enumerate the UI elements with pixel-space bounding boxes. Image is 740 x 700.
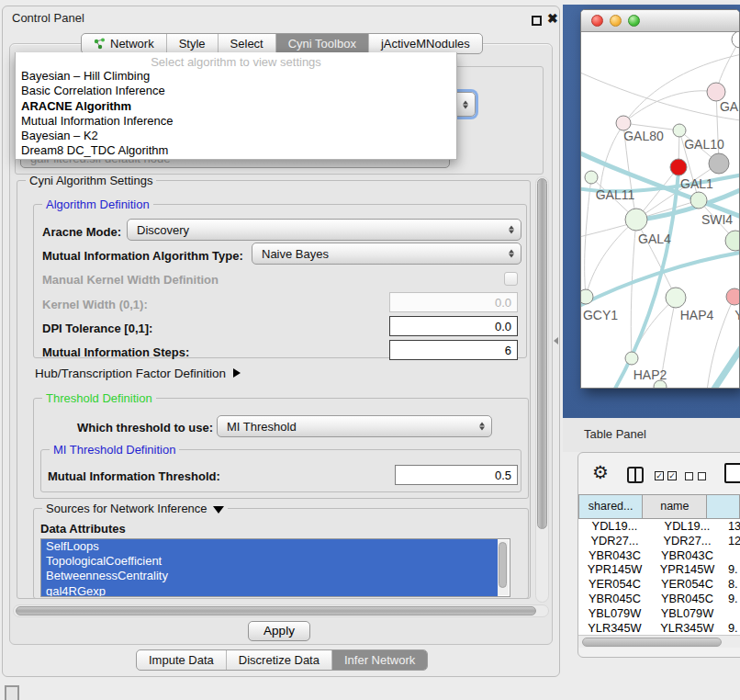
network-node-gal10[interactable]: [673, 124, 686, 137]
sources-group-title[interactable]: Sources for Network Inference: [42, 502, 228, 515]
kernel-width-field[interactable]: 0.0: [389, 292, 518, 312]
show-columns-icon[interactable]: [627, 467, 644, 483]
tab-network[interactable]: Network: [82, 34, 166, 53]
network-node[interactable]: [725, 231, 739, 251]
tab-select[interactable]: Select: [218, 34, 275, 53]
table-row[interactable]: YBR043CYBR043C: [578, 548, 740, 563]
tab-style[interactable]: Style: [166, 34, 218, 53]
cyni-settings-group-title: Cyni Algorithm Settings: [26, 174, 156, 187]
tab-label: jActiveMNodules: [381, 37, 470, 51]
table-row[interactable]: YDL19...YDL19...13: [578, 519, 740, 534]
table-horizontal-scrollbar-thumb[interactable]: [582, 638, 722, 647]
network-edge: [632, 298, 676, 358]
network-node-gal[interactable]: [707, 83, 725, 101]
tab-jactivemnodules[interactable]: jActiveMNodules: [368, 34, 482, 53]
kernel-width-label: Kernel Width (0,1):: [42, 298, 148, 311]
zoom-traffic-light-icon[interactable]: [628, 15, 640, 27]
table-cell: [723, 606, 740, 621]
algorithm-option-bayesian-k2[interactable]: Bayesian – K2: [16, 129, 456, 143]
table-cell: YBR045C: [651, 592, 723, 606]
network-node-gal4[interactable]: [625, 209, 647, 231]
list-scrollbar[interactable]: [498, 540, 509, 595]
table-function-icon[interactable]: [724, 463, 740, 483]
network-node[interactable]: [732, 32, 739, 48]
settings-vertical-scrollbar-thumb[interactable]: [537, 178, 547, 529]
tab-cyni-toolbox[interactable]: Cyni Toolbox: [275, 34, 368, 53]
network-node-hap2[interactable]: [625, 352, 638, 365]
dpi-tolerance-label: DPI Tolerance [0,1]:: [42, 322, 152, 335]
table-row[interactable]: YBL079WYBL079W: [578, 606, 740, 621]
select-all-checkbox-icon[interactable]: ✓: [655, 471, 664, 480]
table-cell: YDR27...: [651, 534, 723, 548]
table-cell: YPR145W: [651, 562, 723, 577]
network-edge: [631, 220, 636, 358]
manual-kernel-width-checkbox[interactable]: [504, 272, 518, 286]
dpi-tolerance-field[interactable]: 0.0: [389, 316, 518, 336]
algorithm-option-mutual-information-inference[interactable]: Mutual Information Inference: [16, 114, 456, 129]
table-rows: YDL19...YDL19...13YDR27...YDR27...12YBR0…: [578, 519, 740, 635]
table-settings-gear-icon[interactable]: ⚙: [592, 463, 609, 481]
combo-arrows-icon: [463, 100, 468, 108]
algorithm-option-aracne-algorithm[interactable]: ARACNE Algorithm: [16, 99, 456, 114]
close-traffic-light-icon[interactable]: [591, 15, 603, 27]
column-header-hidden[interactable]: [707, 494, 740, 519]
attribute-item-gal4rgexp[interactable]: gal4RGexp: [41, 584, 498, 597]
table-row[interactable]: YBR045CYBR045C9.: [578, 592, 740, 606]
node-label: Y: [734, 308, 739, 322]
aracne-mode-combobox[interactable]: Discovery: [127, 219, 521, 241]
network-node-hap4[interactable]: [666, 288, 686, 308]
list-scrollbar-thumb[interactable]: [499, 542, 507, 588]
tab-impute-data[interactable]: Impute Data: [137, 650, 226, 670]
float-window-icon[interactable]: [532, 16, 542, 26]
algorithm-option-basic-correlation-inference[interactable]: Basic Correlation Inference: [16, 84, 456, 98]
popup-placeholder: Select algorithm to view settings: [16, 52, 456, 69]
apply-button[interactable]: Apply: [248, 621, 310, 641]
minimize-traffic-light-icon[interactable]: [610, 15, 622, 27]
tab-label: Network: [110, 37, 154, 51]
close-icon[interactable]: ✖: [547, 11, 558, 26]
attribute-item-betweennesscentrality[interactable]: BetweennessCentrality: [41, 569, 498, 583]
column-header-shared[interactable]: shared...: [578, 494, 643, 519]
table-cell: YDR27...: [578, 534, 651, 548]
network-node-gcy1[interactable]: [581, 289, 593, 304]
table-horizontal-scrollbar[interactable]: [578, 635, 740, 648]
table-cell: YDL19...: [578, 519, 651, 534]
hub-definition-expander[interactable]: Hub/Transcription Factor Definition: [35, 367, 241, 380]
mi-threshold-label: Mutual Information Threshold:: [48, 469, 220, 483]
minimized-panel-icon[interactable]: [5, 685, 19, 700]
table-row[interactable]: YDR27...YDR27...12: [578, 534, 740, 548]
select-all-checkbox-icon[interactable]: ✓: [667, 471, 677, 480]
network-view-window[interactable]: GALGAL80GAL10GAL1SWI4GAL11GAL4GCY1HAP4YH…: [580, 9, 740, 389]
tab-label: Style: [179, 37, 206, 51]
splitter-collapse-icon[interactable]: [554, 337, 558, 344]
which-threshold-combobox[interactable]: MI Threshold: [217, 415, 492, 437]
settings-horizontal-scrollbar-thumb[interactable]: [16, 606, 536, 615]
attribute-item-selfloops[interactable]: SelfLoops: [41, 539, 498, 554]
mi-threshold-field[interactable]: 0.5: [395, 465, 518, 485]
table-row[interactable]: YLR345WYLR345W9.: [578, 621, 740, 635]
network-node-gal1[interactable]: [709, 153, 729, 174]
table-row[interactable]: YPR145WYPR145W9.: [578, 562, 740, 577]
node-label: SWI4: [701, 212, 733, 227]
algorithm-option-dream8-dc-tdc-algorithm[interactable]: Dream8 DC_TDC Algorithm: [16, 143, 456, 158]
data-attributes-list[interactable]: SelfLoopsTopologicalCoefficientBetweenne…: [40, 538, 510, 597]
mi-steps-label: Mutual Information Steps:: [42, 345, 189, 359]
attribute-item-topologicalcoefficient[interactable]: TopologicalCoefficient: [41, 554, 498, 569]
network-node-y[interactable]: [726, 288, 739, 305]
deselect-all-checkbox-icon[interactable]: [698, 472, 706, 480]
mi-algorithm-type-combobox[interactable]: Naive Bayes: [252, 243, 521, 265]
tab-discretize-data[interactable]: Discretize Data: [226, 650, 331, 670]
deselect-all-checkbox-icon[interactable]: [685, 472, 693, 480]
network-node-gal11[interactable]: [585, 171, 598, 184]
algorithm-option-bayesian-hill-climbing[interactable]: Bayesian – Hill Climbing: [16, 69, 456, 84]
network-icon: [94, 38, 106, 50]
tab-infer-network[interactable]: Infer Network: [331, 650, 427, 670]
network-canvas[interactable]: GALGAL80GAL10GAL1SWI4GAL11GAL4GCY1HAP4YH…: [581, 32, 739, 388]
table-row[interactable]: YER054CYER054C8.: [578, 577, 740, 592]
network-node[interactable]: [670, 159, 687, 175]
network-node-swi4[interactable]: [690, 192, 707, 209]
column-header-name[interactable]: name: [643, 494, 707, 519]
mi-steps-field[interactable]: 6: [389, 340, 518, 360]
network-window-titlebar[interactable]: [581, 10, 739, 32]
node-label: GAL80: [623, 129, 664, 143]
